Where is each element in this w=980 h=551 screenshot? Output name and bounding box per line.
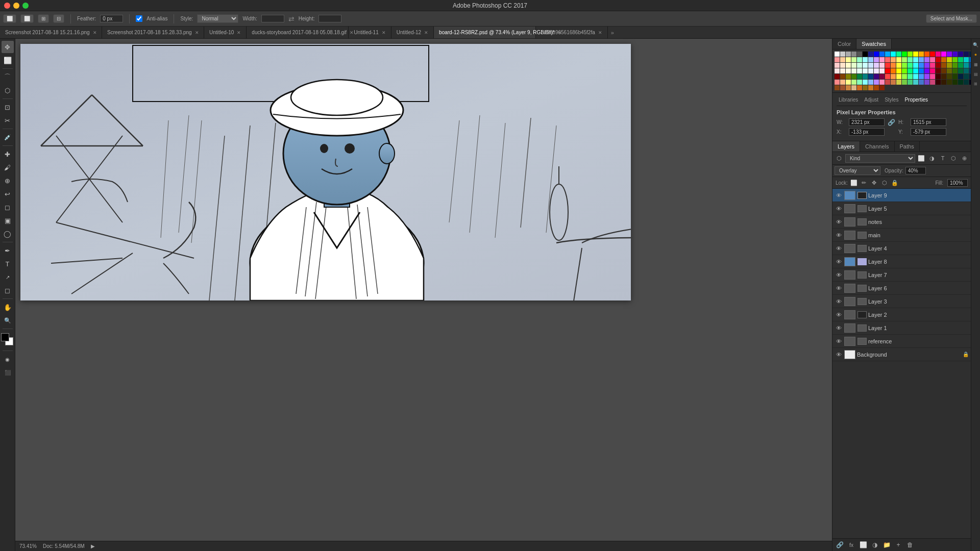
- swatch[interactable]: [840, 52, 845, 57]
- swatch[interactable]: [952, 63, 958, 68]
- swatch[interactable]: [947, 63, 952, 68]
- tab-close-2[interactable]: ✕: [237, 30, 241, 35]
- shape-tool[interactable]: ◻: [2, 284, 14, 296]
- swatch[interactable]: [874, 52, 879, 57]
- filter-shape-icon[interactable]: ⬡: [949, 154, 958, 163]
- swatch[interactable]: [902, 80, 907, 85]
- swatch[interactable]: [874, 74, 879, 79]
- swatch[interactable]: [868, 68, 873, 73]
- swatch[interactable]: [874, 85, 879, 90]
- layer-item-background[interactable]: 👁 Background 🔒: [832, 348, 971, 361]
- swatch[interactable]: [913, 52, 918, 57]
- swatch[interactable]: [863, 80, 868, 85]
- layer-visibility-layer8[interactable]: 👁: [835, 258, 843, 266]
- layer-visibility-reference[interactable]: 👁: [835, 337, 843, 345]
- swatch[interactable]: [891, 52, 896, 57]
- history-brush-tool[interactable]: ↩: [2, 188, 14, 200]
- swatch[interactable]: [924, 74, 929, 79]
- swatch[interactable]: [879, 63, 885, 68]
- swatch[interactable]: [930, 52, 935, 57]
- close-button[interactable]: [4, 3, 10, 9]
- swatch[interactable]: [840, 57, 845, 62]
- swatch[interactable]: [851, 85, 856, 90]
- swatch[interactable]: [896, 68, 901, 73]
- swatch[interactable]: [835, 80, 840, 85]
- maximize-button[interactable]: [22, 3, 29, 9]
- layer-item-layer2[interactable]: 👁 Layer 2: [832, 308, 971, 321]
- pen-tool[interactable]: ✒: [2, 244, 14, 257]
- swatch[interactable]: [851, 63, 856, 68]
- color-tab[interactable]: Color: [832, 39, 856, 49]
- crop-tool[interactable]: ⊡: [2, 101, 14, 113]
- swatch[interactable]: [835, 68, 840, 73]
- swatch[interactable]: [964, 57, 969, 62]
- layer-item-layer9[interactable]: 👁 Layer 9: [832, 189, 971, 202]
- layer-new-btn[interactable]: +: [893, 540, 903, 549]
- tab-close-0[interactable]: ✕: [93, 30, 97, 35]
- swatch[interactable]: [908, 57, 913, 62]
- swatch[interactable]: [958, 63, 963, 68]
- dodge-tool[interactable]: ◯: [2, 228, 14, 240]
- lock-position-btn[interactable]: ✥: [870, 179, 878, 187]
- tab-close-5[interactable]: ✕: [424, 30, 428, 35]
- layer-item-layer8[interactable]: 👁 Layer 8: [832, 255, 971, 268]
- lock-artboard-btn[interactable]: ⬡: [880, 179, 889, 187]
- swatch[interactable]: [840, 63, 845, 68]
- eraser-tool[interactable]: ◻: [2, 201, 14, 213]
- swatch[interactable]: [936, 68, 941, 73]
- swatch[interactable]: [947, 74, 952, 79]
- swatch[interactable]: [857, 57, 862, 62]
- swatch[interactable]: [846, 80, 851, 85]
- marquee-options-btn2[interactable]: ⬜: [20, 14, 34, 23]
- swatch[interactable]: [851, 74, 856, 79]
- eyedropper-tool[interactable]: 💉: [2, 131, 14, 143]
- path-selection-tool[interactable]: ↗: [2, 271, 14, 283]
- fill-input[interactable]: [947, 179, 968, 187]
- quick-select-tool[interactable]: ⬡: [2, 84, 14, 96]
- swatch-white[interactable]: [835, 52, 840, 57]
- layers-tab[interactable]: Layers: [832, 141, 860, 152]
- select-mask-button[interactable]: Select and Mask...: [926, 14, 977, 23]
- swatch[interactable]: [846, 68, 851, 73]
- layer-item-layer7[interactable]: 👁 Layer 7: [832, 268, 971, 282]
- swatch[interactable]: [835, 85, 840, 90]
- swatch[interactable]: [851, 80, 856, 85]
- swatch[interactable]: [919, 52, 924, 57]
- swatch[interactable]: [891, 68, 896, 73]
- swatch[interactable]: [891, 63, 896, 68]
- filter-adjust-icon[interactable]: ◑: [927, 154, 937, 163]
- swatch[interactable]: [874, 57, 879, 62]
- swatch[interactable]: [919, 63, 924, 68]
- filter-smart-icon[interactable]: ⊕: [960, 154, 969, 163]
- swatch[interactable]: [868, 80, 873, 85]
- tab-close-1[interactable]: ✕: [195, 30, 199, 35]
- swatch[interactable]: [952, 74, 958, 79]
- width-input[interactable]: [261, 15, 284, 22]
- swatch[interactable]: [919, 74, 924, 79]
- swatch[interactable]: [924, 52, 929, 57]
- move-tool[interactable]: ✥: [2, 41, 14, 53]
- swatch[interactable]: [885, 52, 890, 57]
- blend-mode-select[interactable]: OverlayNormalMultiplyScreen: [835, 166, 880, 175]
- gradient-tool[interactable]: ▣: [2, 214, 14, 227]
- swatch[interactable]: [958, 57, 963, 62]
- swatch[interactable]: [868, 57, 873, 62]
- swatch[interactable]: [874, 68, 879, 73]
- swatch[interactable]: [936, 80, 941, 85]
- lock-pixel-btn[interactable]: ✏: [860, 179, 868, 187]
- swatch[interactable]: [879, 80, 885, 85]
- layer-visibility-layer3[interactable]: 👁: [835, 297, 843, 306]
- swatch[interactable]: [919, 80, 924, 85]
- style-select[interactable]: NormalFixed RatioFixed Size: [197, 14, 238, 23]
- swatch[interactable]: [941, 57, 946, 62]
- swatch[interactable]: [924, 80, 929, 85]
- type-tool[interactable]: T: [2, 258, 14, 270]
- tab-overflow-button[interactable]: »: [608, 27, 617, 38]
- layer-adjustment-btn[interactable]: ◑: [870, 540, 880, 549]
- swatch[interactable]: [846, 57, 851, 62]
- tab-1[interactable]: Screenshot 2017-08-18 15.28.33.png ✕: [102, 27, 204, 38]
- properties-tab[interactable]: Properties: [902, 96, 930, 104]
- layer-item-main[interactable]: 👁 main: [832, 229, 971, 242]
- swatch[interactable]: [924, 68, 929, 73]
- swatch[interactable]: [863, 85, 868, 90]
